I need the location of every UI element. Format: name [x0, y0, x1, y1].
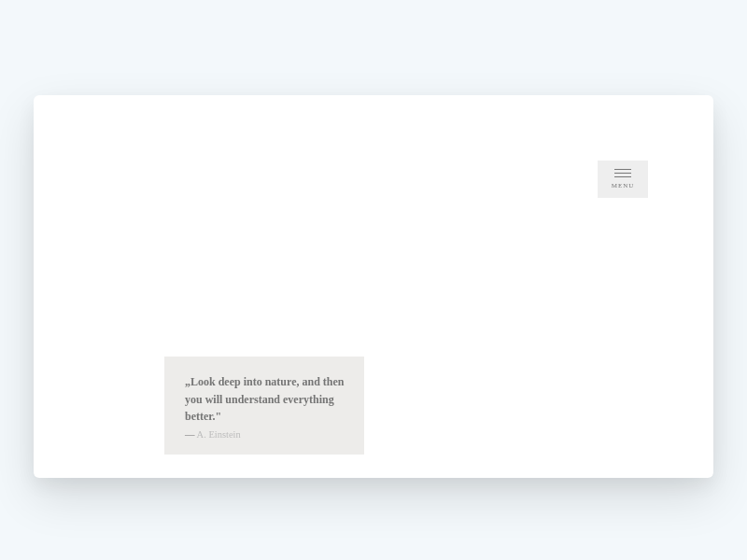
page-frame: MENU „Look deep into nature, and then yo… — [34, 95, 713, 478]
menu-label: MENU — [612, 182, 635, 189]
hamburger-icon — [614, 169, 631, 177]
quote-block: „Look deep into nature, and then you wil… — [164, 357, 364, 455]
quote-author-name: A. Einstein — [197, 429, 241, 440]
quote-text: „Look deep into nature, and then you wil… — [185, 373, 347, 426]
quote-dash: — — [185, 429, 197, 440]
menu-button[interactable]: MENU — [598, 161, 648, 198]
quote-author: — A. Einstein — [185, 429, 347, 440]
